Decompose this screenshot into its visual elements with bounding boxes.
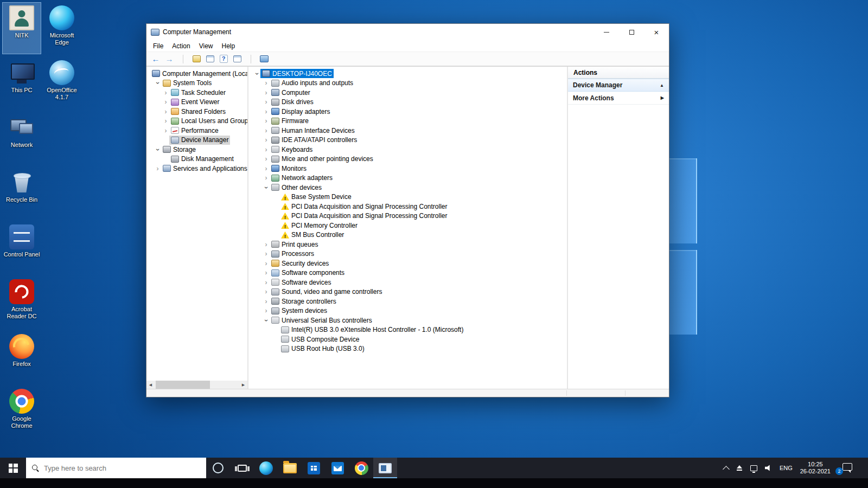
desktop-icon-control-panel[interactable]: Control Panel [2,221,41,273]
chevron-icon[interactable] [263,307,270,314]
tree-device-manager[interactable]: Device Manager [146,136,247,145]
chevron-icon[interactable] [162,108,169,115]
chevron-icon[interactable] [263,184,270,191]
device-tree-item[interactable]: Software components [248,268,567,278]
show-hide-button[interactable] [232,54,242,65]
menu-view[interactable]: View [195,40,218,52]
actions-more-actions[interactable]: More Actions ▶ [568,92,669,105]
device-tree-item[interactable]: Firmware [248,117,567,126]
device-tree-item[interactable]: Human Interface Devices [248,126,567,136]
desktop-icon-openoffice[interactable]: OpenOffice 4.1.7 [42,57,81,109]
toolbar-separator[interactable] [178,54,188,65]
device-usb-root-hub[interactable]: USB Root Hub (USB 3.0) [248,344,567,354]
chevron-icon[interactable] [263,269,270,277]
tree-disk-management[interactable]: Disk Management [146,155,247,164]
desktop-icon-network[interactable]: Network [2,112,41,164]
chevron-icon[interactable] [253,70,261,77]
device-tree-item[interactable]: System devices [248,306,567,316]
title-bar[interactable]: Computer Management × [146,24,669,40]
taskbar-clock[interactable]: 10:25 26-02-2021 [800,461,831,475]
help-button[interactable] [219,54,228,65]
scrollbar-thumb[interactable] [156,381,210,389]
device-tree-item[interactable]: Computer [248,88,567,98]
tree-event-viewer[interactable]: Event Viewer [146,98,247,107]
chevron-icon[interactable] [263,250,270,258]
device-intel-usb3-host-controller[interactable]: Intel(R) USB 3.0 eXtensible Host Control… [248,325,567,335]
close-button[interactable]: × [644,24,669,40]
scroll-right-arrow[interactable]: ▶ [239,381,247,389]
desktop-icon-acrobat-reader[interactable]: Acrobat Reader DC [2,276,41,328]
chevron-icon[interactable] [263,298,270,305]
device-tree-item[interactable]: IDE ATA/ATAPI controllers [248,136,567,145]
minimize-button[interactable] [594,24,619,40]
tree-local-users-and-groups[interactable]: Local Users and Groups [146,117,247,126]
taskbar-computer-management[interactable] [373,458,397,478]
chevron-icon[interactable] [263,108,270,115]
chevron-icon[interactable] [263,279,270,286]
chevron-icon[interactable] [263,89,270,97]
device-tree-item[interactable]: Network adapters [248,174,567,183]
action-center-button[interactable]: 2 [839,463,852,473]
taskbar-cortana[interactable] [206,458,230,478]
device-tree-item[interactable]: Keyboards [248,145,567,155]
device-tree-item[interactable]: Monitors [248,164,567,174]
back-button[interactable] [151,54,161,65]
device-tree-item[interactable]: Audio inputs and outputs [248,79,567,88]
device-root-desktop-ij40oec[interactable]: DESKTOP-IJ40OEC [248,69,567,79]
chevron-icon[interactable] [263,317,270,324]
desktop-icon-nitk[interactable]: NITK [2,2,41,54]
device-tree-item[interactable]: Processors [248,249,567,259]
chevron-icon[interactable] [162,117,169,125]
device-pci-memory-controller[interactable]: PCI Memory Controller [248,221,567,230]
chevron-icon[interactable] [162,89,169,97]
tree-shared-folders[interactable]: Shared Folders [146,107,247,117]
network-icon[interactable] [750,465,757,471]
tree-storage[interactable]: Storage [146,145,247,155]
chevron-icon[interactable] [263,117,270,125]
desktop-icon-recycle-bin[interactable]: Recycle Bin [2,166,41,219]
section-arrow-icon[interactable]: ▲ [660,83,664,88]
maximize-button[interactable] [619,24,644,40]
chevron-icon[interactable] [154,80,162,87]
taskbar-search[interactable] [26,458,206,478]
tree-services-and-applications[interactable]: Services and Applications [146,164,247,174]
hidden-icons-chevron[interactable] [724,465,729,472]
chevron-icon[interactable] [263,127,270,134]
desktop-icon-microsoft-edge[interactable]: Microsoft Edge [42,2,81,54]
chevron-icon[interactable] [263,288,270,296]
device-base-system-device[interactable]: Base System Device [248,192,567,202]
taskbar-edge[interactable] [254,458,278,478]
desktop-icon-firefox[interactable]: Firefox [2,331,41,383]
desktop-icon-google-chrome[interactable]: Google Chrome [2,386,41,438]
chevron-icon[interactable] [263,146,270,153]
taskbar-store[interactable] [302,458,326,478]
device-pci-data-acquisition-2[interactable]: PCI Data Acquisition and Signal Processi… [248,211,567,221]
chevron-icon[interactable] [263,98,270,106]
tree-performance[interactable]: Performance [146,126,247,136]
chevron-icon[interactable] [263,260,270,267]
export-list-button[interactable] [192,54,201,65]
console-tree-button[interactable] [205,54,215,65]
chevron-icon[interactable] [263,136,270,144]
toolbar-separator[interactable] [246,54,256,65]
scroll-left-arrow[interactable]: ◀ [146,381,155,389]
language-indicator[interactable]: ENG [780,465,793,471]
taskbar-file-explorer[interactable] [278,458,302,478]
taskbar-chrome[interactable] [349,458,373,478]
device-tree-item[interactable]: Software devices [248,278,567,287]
chevron-icon[interactable] [154,146,162,153]
device-tree-item[interactable]: Disk drives [248,98,567,107]
device-tree-item[interactable]: Storage controllers [248,297,567,306]
desktop-icon-this-pc[interactable]: This PC [2,57,41,109]
device-sm-bus-controller[interactable]: SM Bus Controller [248,230,567,240]
horizontal-scrollbar[interactable]: ◀ ▶ [146,381,247,389]
device-tree-item[interactable]: Print queues [248,240,567,249]
menu-action[interactable]: Action [168,40,194,52]
start-button[interactable] [0,458,26,478]
device-category-usb-controllers[interactable]: Universal Serial Bus controllers [248,316,567,325]
tree-system-tools[interactable]: System Tools [146,79,247,88]
tree-task-scheduler[interactable]: Task Scheduler [146,88,247,98]
taskbar-mail[interactable] [326,458,349,478]
device-tree-item[interactable]: Sound, video and game controllers [248,287,567,297]
safely-remove-hardware-icon[interactable] [736,465,743,471]
